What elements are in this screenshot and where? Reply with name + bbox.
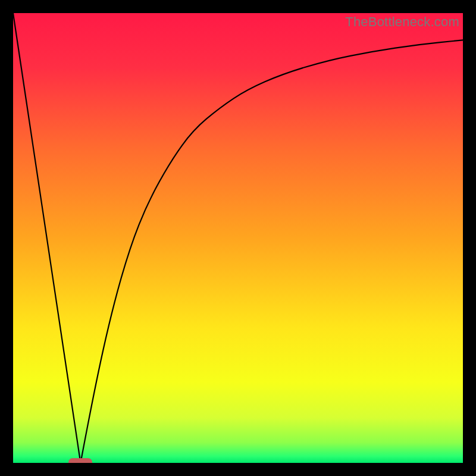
chart-frame: TheBottleneck.com	[0, 0, 476, 476]
minimum-marker	[68, 458, 92, 463]
bottleneck-curve	[13, 13, 463, 463]
watermark-text: TheBottleneck.com	[345, 14, 459, 30]
plot-area: TheBottleneck.com	[13, 13, 463, 463]
